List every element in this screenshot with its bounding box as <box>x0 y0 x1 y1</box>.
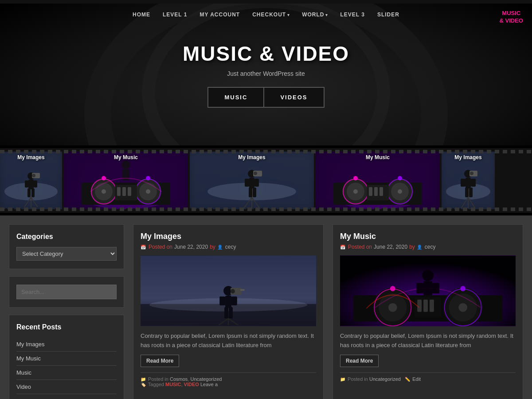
hero-buttons: MUSIC VIDEOS <box>183 87 349 108</box>
film-cell[interactable]: My Music <box>316 152 440 209</box>
meta-posted-on: Posted on <box>348 244 372 250</box>
post-author[interactable]: cecy <box>425 244 436 250</box>
nav-world[interactable]: WORLD <box>302 12 324 18</box>
logo-line1: MUSIC <box>502 10 520 16</box>
leave-comment-link[interactable]: Leave a <box>200 382 218 387</box>
calendar-icon <box>141 244 147 250</box>
search-input[interactable] <box>16 285 117 299</box>
edit-link[interactable]: Edit <box>412 376 421 382</box>
svg-rect-79 <box>225 296 231 308</box>
post-date[interactable]: June 22, 2020 <box>174 244 208 250</box>
logo-line2: & VIDEO <box>500 17 523 24</box>
nav-checkout-dropdown[interactable]: CHECKOUT ▾ <box>252 12 289 18</box>
category-link[interactable]: Cosmos <box>170 376 188 382</box>
top-bar <box>0 0 532 4</box>
meta-posted-on: Posted on <box>149 244 172 250</box>
recent-post-link[interactable]: My Music <box>16 355 41 362</box>
videos-button[interactable]: VIDEOS <box>264 87 324 108</box>
film-cell[interactable]: My Images <box>190 152 314 209</box>
post-image-camera <box>141 255 316 326</box>
read-more-link[interactable]: Read More <box>141 355 179 367</box>
svg-rect-27 <box>128 187 131 196</box>
post-excerpt: Contrary to popular belief, Lorem Ipsum … <box>141 332 316 350</box>
site-title: MUSIC & VIDEO <box>183 42 349 66</box>
nav-myaccount[interactable]: MY ACCOUNT <box>200 12 240 18</box>
svg-rect-31 <box>122 169 129 180</box>
svg-point-74 <box>470 172 473 175</box>
list-item: My Music <box>16 352 117 366</box>
svg-rect-35 <box>249 178 254 188</box>
svg-rect-26 <box>122 187 126 196</box>
film-cell[interactable]: My Music <box>64 152 188 209</box>
edit-icon <box>405 376 411 382</box>
filmstrip: My Images <box>0 145 532 215</box>
posted-in-label: Posted in <box>348 376 368 382</box>
site-subtitle: Just another WordPress site <box>183 70 349 77</box>
recent-post-link[interactable]: Music <box>16 369 31 376</box>
nav-checkout[interactable]: CHECKOUT <box>252 12 286 18</box>
svg-point-105 <box>422 270 434 281</box>
nav-world-dropdown[interactable]: WORLD ▾ <box>302 12 328 18</box>
list-item: My Images <box>16 337 117 352</box>
nav-level1[interactable]: LEVEL 1 <box>163 12 187 18</box>
svg-rect-39 <box>253 188 256 197</box>
svg-rect-66 <box>461 179 466 187</box>
folder-icon <box>340 376 346 382</box>
tag-link[interactable]: MUSIC <box>165 382 181 387</box>
post-footer: Posted in Cosmos, Uncategorized Tagged M… <box>141 372 316 387</box>
post-footer: Posted in Uncategorized Edit <box>340 372 516 382</box>
category-link[interactable]: Uncategorized <box>369 376 401 382</box>
svg-point-53 <box>398 189 402 194</box>
music-button[interactable]: MUSIC <box>207 87 264 108</box>
tag-link[interactable]: VIDEO <box>184 382 199 387</box>
recent-post-link[interactable]: My Images <box>16 341 45 348</box>
svg-point-29 <box>146 176 150 180</box>
category-link[interactable]: Uncategorized <box>190 376 222 382</box>
post-meta: Posted on June 22, 2020 by cecy <box>340 244 516 250</box>
post-title: My Music <box>340 232 516 241</box>
film-cell[interactable]: My Images <box>442 152 495 209</box>
category-select[interactable]: Select Category <box>16 247 117 261</box>
svg-point-61 <box>398 176 402 180</box>
main-content: Categories Select Category Recent Posts … <box>0 215 532 399</box>
svg-rect-57 <box>369 187 372 196</box>
post-date[interactable]: June 22, 2020 <box>374 244 407 250</box>
svg-point-99 <box>458 303 467 312</box>
svg-point-88 <box>231 289 235 293</box>
post-author[interactable]: cecy <box>225 244 236 250</box>
svg-rect-106 <box>423 281 432 295</box>
site-logo[interactable]: MUSIC & VIDEO <box>500 10 523 25</box>
post-categories: Posted in Uncategorized Edit <box>340 376 516 382</box>
recent-posts-widget: Recent Posts My Images My Music Music Vi… <box>9 315 124 399</box>
chevron-down-icon: ▾ <box>325 12 328 17</box>
svg-point-109 <box>390 286 395 291</box>
svg-rect-37 <box>254 179 259 187</box>
film-cell-label: My Images <box>238 154 265 160</box>
svg-rect-36 <box>245 179 249 187</box>
tagged-label: Tagged <box>148 382 164 387</box>
recent-posts-list: My Images My Music Music Video <box>16 337 117 394</box>
list-item: Video <box>16 380 117 394</box>
svg-rect-25 <box>117 187 121 196</box>
read-more-link[interactable]: Read More <box>340 355 379 367</box>
recent-post-link[interactable]: Video <box>16 383 31 390</box>
meta-by: by <box>210 244 215 250</box>
posted-in-label: Posted in <box>148 376 168 382</box>
svg-rect-4 <box>25 180 28 188</box>
film-cell-label: My Music <box>366 154 390 160</box>
film-cell[interactable]: My Images <box>0 152 62 209</box>
nav-links: HOME LEVEL 1 MY ACCOUNT CHECKOUT ▾ WORLD… <box>9 12 523 18</box>
svg-point-21 <box>146 189 150 194</box>
user-icon <box>417 244 423 250</box>
svg-rect-80 <box>219 297 225 305</box>
main-nav: HOME LEVEL 1 MY ACCOUNT CHECKOUT ▾ WORLD… <box>0 4 532 26</box>
nav-home[interactable]: HOME <box>133 12 150 18</box>
post-title: My Images <box>141 232 316 241</box>
svg-rect-83 <box>229 307 233 319</box>
nav-level3[interactable]: LEVEL 3 <box>340 12 364 18</box>
nav-slider[interactable]: SLIDER <box>377 12 399 18</box>
film-cell-label: My Images <box>454 154 481 160</box>
svg-rect-69 <box>469 188 473 197</box>
post-excerpt: Contrary to popular belief, Lorem Ipsum … <box>340 332 516 350</box>
post-card-music: My Music Posted on June 22, 2020 by cecy <box>332 224 523 399</box>
